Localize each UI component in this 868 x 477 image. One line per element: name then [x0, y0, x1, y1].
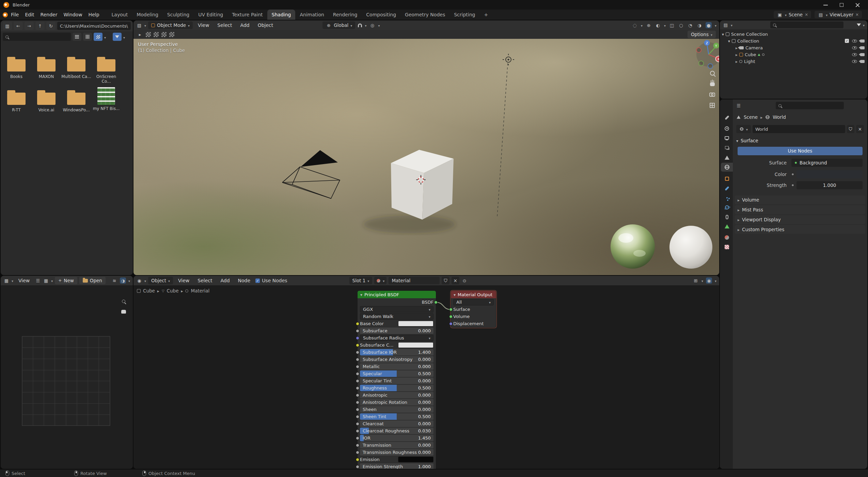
file-item[interactable]: Voice.ai [31, 89, 61, 112]
pan-hand-icon[interactable] [121, 310, 126, 314]
open-image-button[interactable]: Open [79, 277, 106, 284]
editor-type-icon[interactable]: ▦ [3, 277, 10, 284]
input-socket[interactable] [356, 429, 359, 433]
node-header[interactable]: Principled BSDF [358, 291, 436, 298]
node-principled-bsdf[interactable]: Principled BSDF BSDF GGX Random Walk Bas… [357, 290, 436, 469]
path-field[interactable]: C:\Users\Maximus\Documents\ [57, 22, 131, 30]
filter-settings-chevron-icon[interactable] [123, 34, 125, 40]
tab-render-properties[interactable] [721, 124, 733, 133]
node-input-row[interactable]: Anisotropic0.000 [360, 392, 433, 398]
input-socket[interactable] [356, 322, 359, 325]
file-item[interactable]: my NFT Bis... [91, 87, 121, 111]
tab-compositing[interactable]: Compositing [362, 10, 400, 20]
tab-animation[interactable]: Animation [295, 10, 328, 20]
display-settings-chevron-icon[interactable] [104, 34, 106, 40]
use-nodes-button[interactable]: Use Nodes [738, 147, 863, 155]
eye-visibility-icon[interactable] [852, 46, 857, 49]
viewport-menu-view[interactable]: View [195, 20, 212, 30]
unlink-world-icon[interactable]: × [856, 125, 864, 133]
input-socket[interactable] [356, 329, 359, 333]
input-socket[interactable] [356, 408, 359, 411]
zoom-icon[interactable] [710, 71, 715, 77]
viewport-scene[interactable]: User Perspective (1) Collection | Cube [133, 39, 719, 275]
node-input-row[interactable]: Clearcoat0.000 [360, 420, 433, 427]
input-socket[interactable] [356, 336, 359, 340]
overlays-toggle-icon[interactable]: ◉ [706, 277, 712, 284]
shader-type-selector[interactable]: Object [148, 277, 173, 284]
viewport-menu-object[interactable]: Object [255, 20, 277, 30]
snap-node-icon[interactable]: ⊞ [693, 277, 699, 284]
input-socket[interactable] [356, 415, 359, 418]
tab-object-data-properties[interactable] [721, 222, 733, 231]
node-input-row[interactable]: Transmission Roughness0.000 [360, 449, 433, 456]
collection-checkbox[interactable] [845, 39, 849, 43]
tab-world-properties[interactable] [721, 163, 733, 172]
tab-modeling[interactable]: Modeling [132, 10, 163, 20]
node-input-row[interactable]: Volume [453, 313, 494, 320]
expand-icon[interactable] [736, 52, 738, 57]
breadcrumb-world[interactable]: World [773, 114, 786, 120]
tab-material-properties[interactable] [721, 233, 733, 242]
transform-orientation-selector[interactable]: ⊕ Global [322, 21, 355, 29]
file-search-input[interactable] [3, 33, 71, 41]
input-socket[interactable] [356, 358, 359, 361]
blender-menu-icon[interactable] [3, 12, 8, 17]
editor-type-icon[interactable]: ☰ [736, 102, 742, 109]
gizmos-toggle-icon[interactable]: ⊕ [646, 22, 652, 28]
shader-menu-add[interactable]: Add [217, 276, 233, 285]
node-header[interactable]: Material Output [451, 291, 496, 298]
breadcrumb-scene[interactable]: Scene [744, 114, 758, 120]
scene-selector[interactable]: ▣ Scene × [774, 11, 811, 18]
tab-tool-properties[interactable] [721, 113, 733, 122]
node-input-row[interactable]: Subsurface Radius [360, 335, 433, 341]
node-input-row[interactable]: Subsurface C... [360, 342, 433, 348]
filter-icon[interactable] [857, 23, 861, 26]
texture-slot-icon[interactable] [154, 32, 159, 37]
scene-unlink-icon[interactable]: × [805, 12, 808, 17]
eye-visibility-icon[interactable] [852, 60, 857, 63]
add-workspace-button[interactable]: + [479, 10, 492, 20]
display-channels-icon[interactable]: ◑ [120, 277, 126, 284]
tab-constraint-properties[interactable] [721, 212, 733, 221]
editor-type-icon[interactable]: ▥ [3, 22, 12, 30]
fake-user-shield-icon[interactable]: ⛉ [847, 125, 854, 133]
node-input-row[interactable]: Base Color [360, 320, 433, 327]
node-input-row[interactable]: Subsurface0.000 [360, 328, 433, 334]
surface-panel-expand-icon[interactable] [736, 138, 738, 143]
menu-edit[interactable]: Edit [22, 10, 37, 19]
surface-input-socket[interactable] [449, 308, 453, 311]
gizmo-neg-z-axis[interactable] [708, 64, 713, 68]
file-item[interactable]: MAXON [31, 56, 61, 79]
use-nodes-checkbox[interactable] [255, 279, 260, 283]
distribution-dropdown[interactable]: GGX [360, 306, 433, 313]
input-socket[interactable] [356, 465, 359, 468]
texture-slot-icon[interactable] [169, 32, 174, 37]
expand-icon[interactable] [722, 32, 724, 37]
input-socket[interactable] [356, 394, 359, 397]
outliner-search-input[interactable] [770, 21, 843, 28]
render-visibility-icon[interactable] [860, 60, 865, 63]
tab-texture-paint[interactable]: Texture Paint [227, 10, 267, 20]
new-image-button[interactable]: + New [55, 277, 77, 284]
texture-slot-icon[interactable] [146, 32, 151, 37]
node-input-row[interactable]: Emission Strength1.000 [360, 463, 433, 469]
tab-rendering[interactable]: Rendering [329, 10, 362, 20]
node-input-row[interactable]: Clearcoat Roughness0.030 [360, 428, 433, 434]
viewlayer-remove-icon[interactable]: × [855, 12, 859, 17]
move-view-hand-icon[interactable] [710, 80, 715, 86]
tab-layout[interactable]: Layout [107, 10, 132, 20]
strength-value-field[interactable]: 1.000 [796, 181, 863, 189]
surface-shader-selector[interactable]: Background [791, 159, 863, 167]
custom-properties-section[interactable]: Custom Properties [735, 225, 865, 234]
view-list-horizontal-button[interactable] [83, 33, 92, 41]
input-socket[interactable] [356, 422, 359, 426]
world-name-field[interactable]: World [753, 125, 845, 133]
subsurface-radius-dropdown[interactable]: Subsurface Radius [360, 335, 433, 341]
input-socket[interactable] [356, 401, 359, 404]
fake-user-shield-icon[interactable]: ⛉ [442, 277, 449, 284]
unlink-material-icon[interactable]: × [452, 277, 459, 284]
subsurface-method-dropdown[interactable]: Random Walk [360, 313, 433, 320]
base-color-swatch[interactable] [398, 321, 433, 327]
texture-slot-icon[interactable] [161, 32, 167, 37]
tab-particle-properties[interactable] [721, 193, 733, 202]
